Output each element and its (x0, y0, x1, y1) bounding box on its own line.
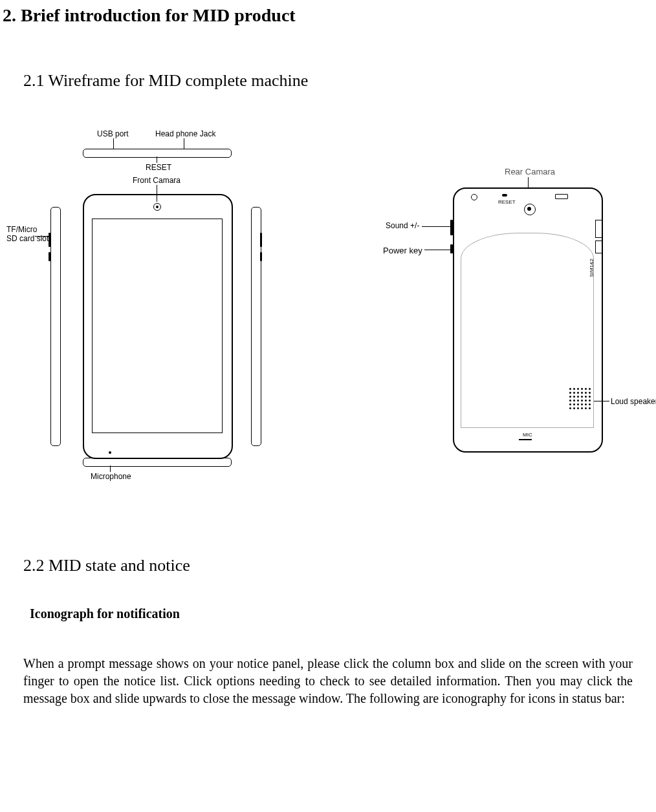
side-button (49, 233, 50, 247)
reset-slot-icon (502, 194, 507, 197)
leader-line (594, 401, 609, 401)
leader-line (157, 156, 157, 163)
left-side-view (50, 207, 61, 446)
front-camera-icon (153, 203, 161, 211)
label-microphone: Microphone (91, 472, 131, 481)
leader-line (35, 236, 49, 237)
usb-slot-icon (555, 194, 568, 199)
label-sim: SIM1&2 (589, 259, 595, 277)
sim-slot-icon (595, 240, 602, 253)
label-loud-speaker: Loud speaker (611, 397, 656, 406)
tablet-screen (92, 219, 223, 433)
top-edge-view (83, 149, 232, 158)
headphone-jack-icon (471, 194, 477, 200)
rear-camera-icon (524, 204, 536, 215)
leader-line (424, 250, 450, 250)
label-reset-small: RESET (498, 199, 516, 205)
loudspeaker-grid-icon (569, 388, 593, 414)
label-sound: Sound +/- (386, 221, 419, 230)
mic-slot-icon (519, 436, 532, 440)
volume-button-icon (450, 220, 453, 235)
wireframe-diagram: USB port Head phone Jack RESET Front Cam… (0, 129, 656, 478)
label-front-camera: Front Camara (133, 176, 180, 185)
heading-iconograph: Iconograph for notification (30, 606, 656, 621)
leader-line (113, 138, 114, 149)
paragraph-notice: When a prompt message shows on your noti… (23, 655, 633, 707)
label-sd-card-slot: TF/Micro SD card slot (6, 225, 49, 244)
label-reset: RESET (146, 163, 171, 172)
label-usb-port: USB port (97, 129, 129, 138)
heading-section-2-2: 2.2 MID state and notice (23, 556, 656, 575)
side-button (260, 233, 262, 247)
side-button (260, 252, 262, 261)
bottom-edge-view (83, 458, 232, 467)
side-button (49, 252, 50, 261)
heading-main: 2. Brief introduction for MID product (3, 5, 656, 26)
mic-dot-icon (109, 451, 111, 454)
front-view-group: USB port Head phone Jack RESET Front Cam… (0, 129, 311, 478)
label-headphone-jack: Head phone Jack (155, 129, 215, 138)
label-rear-camera: Rear Camara (505, 167, 555, 176)
power-button-icon (450, 244, 453, 253)
sim-slot-icon (595, 220, 602, 238)
leader-line (422, 226, 450, 227)
rear-view-group: Rear Camara RESET SIM1&2 Sound +/- Power… (311, 129, 656, 478)
leader-line (184, 138, 184, 149)
label-power-key: Power key (383, 246, 422, 255)
leader-line (110, 465, 111, 472)
heading-section-2-1: 2.1 Wireframe for MID complete machine (23, 71, 656, 91)
